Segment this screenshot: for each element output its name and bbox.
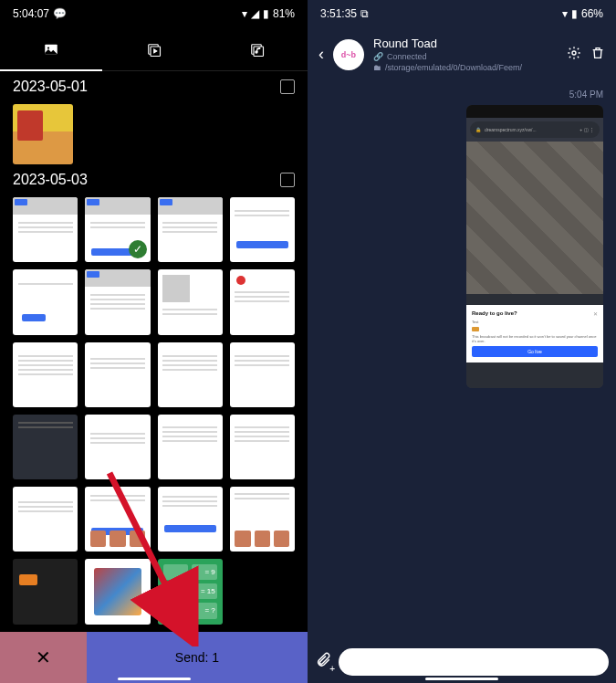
image-thumb[interactable]: = 9 = 15 = ? xyxy=(158,559,223,624)
image-thumb[interactable] xyxy=(85,487,150,552)
image-thumb[interactable] xyxy=(158,415,223,479)
link-icon: 🔗 xyxy=(373,52,383,61)
tab-audio[interactable] xyxy=(205,27,308,70)
status-bar: 3:51:35⧉ ▾ ▮ 66% xyxy=(308,0,616,27)
image-thumb[interactable] xyxy=(230,197,295,262)
image-thumb[interactable] xyxy=(13,342,78,407)
signal-icon: ◢ xyxy=(251,7,259,20)
image-thumb[interactable] xyxy=(158,269,223,334)
image-thumb[interactable]: ✓ xyxy=(85,197,150,262)
image-thumb[interactable] xyxy=(158,487,223,552)
battery-icon: ▮ xyxy=(571,7,578,20)
delete-icon[interactable] xyxy=(590,46,605,64)
image-thumb[interactable] xyxy=(13,269,78,334)
wifi-icon: ▾ xyxy=(562,7,568,20)
avatar[interactable]: d~b xyxy=(333,39,364,70)
svg-point-6 xyxy=(256,50,257,52)
image-thumb[interactable] xyxy=(85,342,150,407)
app-icon: ⧉ xyxy=(360,7,369,20)
section-date: 2023-05-03 xyxy=(13,172,88,188)
image-thumb[interactable] xyxy=(13,197,78,262)
section-header[interactable]: 2023-05-01 xyxy=(13,79,295,95)
image-thumb[interactable] xyxy=(85,559,150,624)
chat-icon: 💬 xyxy=(53,7,67,20)
image-thumb[interactable] xyxy=(230,342,295,407)
chat-header: ‹ d~b Round Toad 🔗Connected 🖿/storage/em… xyxy=(308,27,616,81)
media-tabs xyxy=(0,27,308,71)
image-thumb[interactable] xyxy=(158,197,223,262)
attach-button[interactable] xyxy=(315,652,331,672)
image-thumb[interactable] xyxy=(13,559,78,624)
image-thumb[interactable] xyxy=(13,487,78,552)
select-all-checkbox[interactable] xyxy=(280,79,295,94)
image-thumb[interactable] xyxy=(230,269,295,334)
tab-images[interactable] xyxy=(0,27,102,70)
peer-name: Round Toad xyxy=(373,37,558,50)
status-bar: 5:04:07💬 ▾ ◢ ▮ 81% xyxy=(0,0,308,27)
battery-icon: ▮ xyxy=(263,7,269,20)
image-thumb[interactable] xyxy=(85,415,150,479)
image-thumb[interactable] xyxy=(230,487,295,552)
image-thumb[interactable] xyxy=(13,104,73,164)
cancel-button[interactable]: ✕ xyxy=(0,632,87,683)
gesture-bar xyxy=(425,678,498,680)
image-thumb[interactable] xyxy=(158,342,223,407)
tab-videos[interactable] xyxy=(102,27,204,70)
gesture-bar xyxy=(118,678,191,680)
message-input[interactable] xyxy=(339,648,609,676)
back-button[interactable]: ‹ xyxy=(318,45,324,64)
message-image[interactable]: 🔒dreamspectrum.xyz/vw/...+ ◫ ⋮ Ready to … xyxy=(466,105,603,388)
svg-point-7 xyxy=(572,51,576,55)
image-thumb[interactable] xyxy=(85,269,150,334)
image-thumb[interactable] xyxy=(13,415,78,479)
send-button[interactable]: Send: 1 xyxy=(87,632,308,683)
section-header[interactable]: 2023-05-03 xyxy=(13,172,295,188)
wifi-icon: ▾ xyxy=(242,7,247,20)
check-icon: ✓ xyxy=(129,240,147,258)
image-thumb[interactable] xyxy=(230,415,295,479)
select-all-checkbox[interactable] xyxy=(280,173,295,187)
section-date: 2023-05-01 xyxy=(13,79,88,95)
svg-point-1 xyxy=(47,47,49,48)
settings-icon[interactable] xyxy=(567,46,581,64)
folder-icon: 🖿 xyxy=(373,63,381,72)
message-time: 5:04 PM xyxy=(320,89,603,100)
